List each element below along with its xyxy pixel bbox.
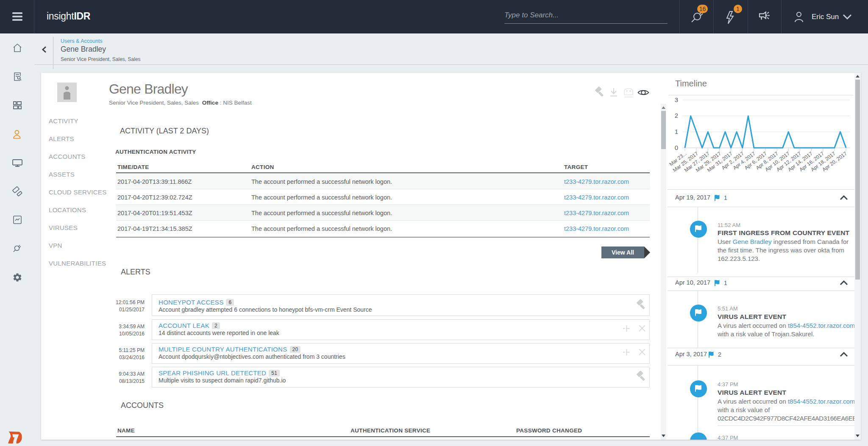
svg-text:2: 2 [675, 112, 678, 119]
svg-text:0: 0 [675, 144, 678, 151]
svg-text:3: 3 [675, 97, 678, 103]
svg-text:1: 1 [675, 128, 678, 135]
